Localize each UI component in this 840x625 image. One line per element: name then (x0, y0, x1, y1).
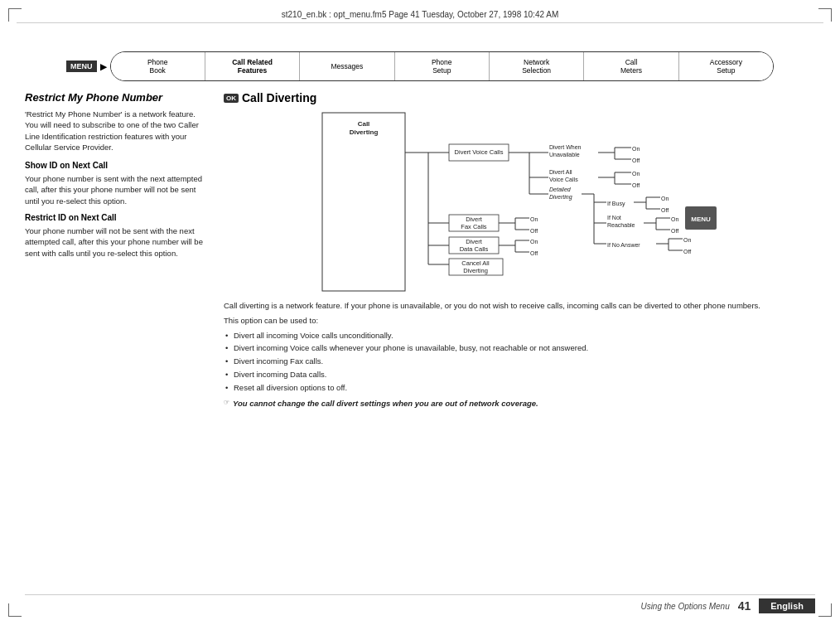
svg-text:Fax Calls: Fax Calls (461, 223, 487, 230)
svg-text:Cancel All: Cancel All (461, 259, 490, 267)
nav-item-call-meters-line1: Call (625, 58, 638, 66)
nav-items-container: Phone Book Call Related Features Message… (110, 51, 775, 81)
nav-item-messages-label: Messages (331, 62, 364, 70)
svg-text:Diverting: Diverting (549, 194, 572, 201)
nav-item-network-line1: Network (524, 58, 549, 66)
main-content: Restrict My Phone Number 'Restrict My Ph… (25, 91, 815, 592)
nav-item-network-line2: Selection (522, 66, 551, 75)
right-column: OK Call Diverting Call Diverting Divert … (224, 91, 815, 592)
svg-text:Data Calls: Data Calls (460, 245, 489, 253)
bullet-list: Divert all incoming Voice calls uncondit… (224, 330, 815, 394)
svg-text:On: On (632, 146, 640, 152)
menu-arrow: ▶ (100, 62, 107, 71)
svg-text:Voice Calls: Voice Calls (549, 177, 578, 182)
nav-item-phone-book-line2: Book (149, 66, 165, 75)
nav-item-call-related[interactable]: Call Related Features (205, 52, 300, 80)
nav-item-call-meters-line2: Meters (620, 66, 642, 75)
svg-text:Unavailable: Unavailable (549, 152, 580, 157)
nav-item-phone-setup-line1: Phone (432, 58, 452, 66)
svg-text:Off: Off (530, 250, 538, 256)
bottom-language: English (759, 598, 815, 613)
svg-text:Divert Voice Calls: Divert Voice Calls (455, 148, 504, 156)
nav-item-call-meters[interactable]: Call Meters (584, 52, 678, 80)
bottom-using-text: Using the Options Menu (640, 602, 729, 611)
svg-text:Off: Off (530, 228, 538, 234)
svg-text:Detailed: Detailed (549, 187, 572, 192)
svg-text:Divert All: Divert All (549, 169, 572, 175)
ok-icon: OK (224, 94, 239, 103)
svg-text:If No Answer: If No Answer (607, 242, 640, 248)
left-column: Restrict My Phone Number 'Restrict My Ph… (25, 91, 207, 592)
svg-text:Divert: Divert (466, 216, 483, 223)
nav-item-phone-setup-line2: Setup (432, 66, 451, 75)
nav-item-accessory-setup[interactable]: Accessory Setup (679, 52, 773, 80)
corner-mark-bl (8, 603, 22, 617)
bullet-1: Divert all incoming Voice calls uncondit… (224, 330, 815, 342)
svg-text:Call: Call (358, 120, 370, 128)
nav-item-call-related-line2: Features (238, 66, 267, 75)
svg-text:If Not: If Not (607, 215, 621, 220)
svg-text:On: On (632, 171, 640, 177)
note-text: You cannot change the call divert settin… (233, 398, 538, 409)
menu-label: MENU ▶ (66, 61, 107, 72)
svg-text:On: On (671, 216, 678, 222)
bottom-bar: Using the Options Menu 41 English (25, 594, 815, 613)
note-box: ☞ You cannot change the call divert sett… (224, 398, 815, 409)
subsection-restrict-id-body: Your phone number will not be sent with … (25, 225, 207, 259)
svg-text:Off: Off (632, 157, 640, 163)
body-text-2: This option can be used to: (224, 315, 815, 327)
bullet-3: Divert incoming Fax calls. (224, 356, 815, 367)
left-intro: 'Restrict My Phone Number' is a network … (25, 109, 207, 153)
subsection-restrict-id-title: Restrict ID on Next Call (25, 213, 207, 222)
svg-text:On: On (530, 239, 538, 245)
menu-box: MENU (66, 61, 97, 72)
svg-text:On: On (661, 196, 669, 201)
nav-item-phone-book-line1: Phone (147, 58, 168, 66)
nav-bar: MENU ▶ Phone Book Call Related Features … (66, 50, 774, 83)
svg-text:Reachable: Reachable (607, 222, 635, 228)
bottom-page-info: Using the Options Menu 41 English (640, 598, 815, 613)
subsection-show-id-title: Show ID on Next Call (25, 161, 207, 170)
body-text-1: Call diverting is a network feature. If … (224, 300, 815, 312)
svg-text:Off: Off (661, 207, 669, 213)
nav-item-phone-setup[interactable]: Phone Setup (395, 52, 490, 80)
nav-item-accessory-line1: Accessory (710, 58, 742, 66)
nav-item-messages[interactable]: Messages (300, 52, 394, 80)
svg-text:Divert When: Divert When (549, 144, 582, 150)
svg-text:MENU: MENU (691, 216, 711, 223)
svg-text:Divert: Divert (466, 238, 483, 245)
nav-item-phone-book[interactable]: Phone Book (111, 52, 205, 80)
file-info: st210_en.bk : opt_menu.fm5 Page 41 Tuesd… (17, 10, 823, 23)
svg-rect-0 (322, 113, 405, 291)
svg-text:Off: Off (683, 249, 691, 254)
bullet-5: Reset all diversion options to off. (224, 382, 815, 394)
svg-text:Diverting: Diverting (463, 267, 488, 274)
nav-item-call-related-line1: Call Related (232, 58, 273, 66)
left-section-title: Restrict My Phone Number (25, 91, 207, 104)
svg-text:On: On (530, 216, 538, 222)
svg-text:If Busy: If Busy (607, 201, 625, 207)
bullet-2: Divert incoming Voice calls whenever you… (224, 342, 815, 354)
diagram-svg: Call Diverting Divert Voice Calls Divert… (224, 111, 815, 293)
svg-text:Diverting: Diverting (350, 128, 379, 136)
svg-text:On: On (683, 237, 691, 243)
bottom-page-number: 41 (738, 599, 751, 613)
nav-item-accessory-line2: Setup (717, 66, 735, 75)
corner-mark-br (818, 603, 832, 617)
svg-text:Off: Off (671, 228, 678, 234)
right-section-title: OK Call Diverting (224, 91, 815, 104)
note-icon: ☞ (224, 399, 229, 406)
svg-text:Off: Off (632, 182, 640, 188)
bullet-4: Divert incoming Data calls. (224, 369, 815, 380)
subsection-show-id-body: Your phone number is sent with the next … (25, 173, 207, 206)
call-diverting-diagram: Call Diverting Divert Voice Calls Divert… (224, 111, 815, 293)
nav-item-network-selection[interactable]: Network Selection (490, 52, 584, 80)
right-title-text: Call Diverting (242, 91, 316, 104)
